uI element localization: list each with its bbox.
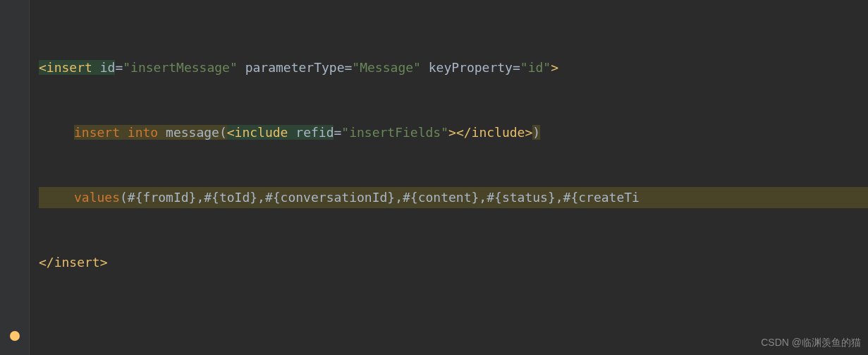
- equals: =: [345, 60, 353, 75]
- code-line: insert into message(<include refid="inse…: [39, 122, 868, 144]
- code-line: <insert id="insertMessage" parameterType…: [39, 57, 868, 79]
- attr-name: id: [100, 60, 116, 75]
- code-line: </insert>: [39, 252, 868, 274]
- attr-value: "id": [520, 60, 551, 75]
- attr-value: "insertFields": [341, 125, 448, 140]
- attr-value: "insertMessage": [123, 60, 245, 75]
- equals: =: [513, 60, 520, 75]
- editor-gutter: [0, 0, 30, 355]
- tag-bracket: </: [456, 125, 472, 140]
- tag-name: insert: [47, 60, 100, 75]
- tag-bracket: >: [525, 125, 532, 140]
- attr-name: refid: [295, 125, 334, 140]
- sql-text: message(: [166, 125, 227, 140]
- code-editor[interactable]: <insert id="insertMessage" parameterType…: [0, 0, 868, 355]
- code-line: values(#{fromId},#{toId},#{conversationI…: [39, 187, 868, 209]
- equals: =: [115, 60, 123, 75]
- blank-line: [39, 316, 868, 337]
- attr-name: keyProperty: [429, 60, 513, 75]
- tag-bracket: <: [227, 125, 235, 140]
- tag-bracket: >: [100, 255, 108, 270]
- tag-bracket: </: [39, 255, 54, 270]
- attr-value: "Message": [352, 60, 428, 75]
- sql-text: ): [532, 125, 540, 140]
- tag-bracket: >: [448, 125, 456, 140]
- attr-name: parameterType: [245, 60, 345, 75]
- watermark-text: CSDN @临渊羡鱼的猫: [761, 335, 861, 351]
- sql-keyword: values: [74, 190, 120, 205]
- sql-keyword: into: [128, 125, 166, 140]
- sql-text: (#{fromId},#{toId},#{conversationId},#{c…: [120, 190, 640, 205]
- tag-name: include: [472, 125, 525, 140]
- sql-keyword: insert: [74, 125, 128, 140]
- tag-name: insert: [54, 255, 100, 270]
- tag-name: include: [235, 125, 296, 140]
- tag-bracket: >: [551, 60, 558, 75]
- intention-bulb-icon[interactable]: [10, 331, 20, 341]
- tag-bracket: <: [39, 60, 47, 75]
- equals: =: [334, 125, 341, 140]
